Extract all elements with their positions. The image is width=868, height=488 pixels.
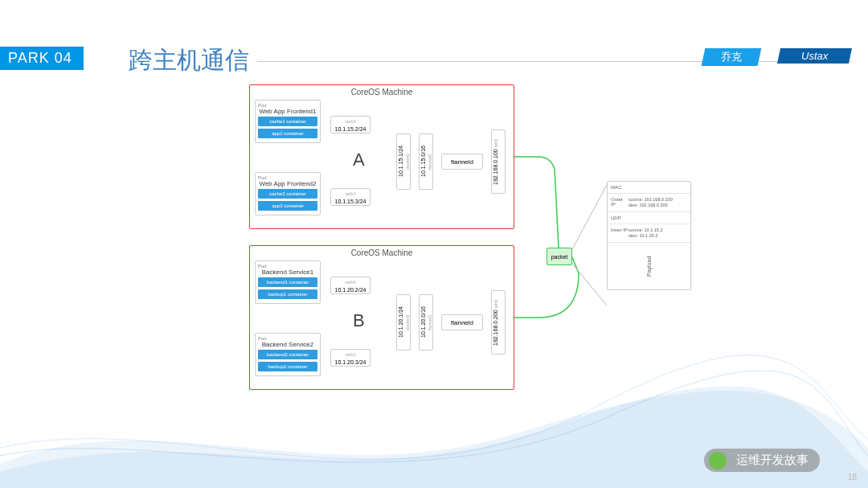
section-tag: PARK 04 — [0, 47, 84, 70]
packet-detail: MAC Outer IPsource: 192.168.0.100 dest: … — [607, 181, 691, 290]
container: app2 container — [258, 201, 317, 211]
machine-b: CoreOS Machine Pod Backend Service1 back… — [249, 245, 514, 390]
pod-b1: Pod Backend Service1 backend1 container … — [255, 260, 321, 304]
container: backup2 container — [258, 362, 317, 371]
veth-b1: veth1 10.1.20.3/24 — [330, 349, 371, 367]
watermark: 运维开发故事 — [704, 449, 820, 472]
machine-a: CoreOS Machine Pod Web App Frontend1 cac… — [249, 84, 514, 229]
container: cache1 container — [258, 117, 317, 126]
docker0-b: 10.1.20.1/24 docker0 — [396, 294, 411, 351]
veth-a0: veth0 10.1.15.2/24 — [330, 116, 371, 133]
docker0-a: 10.1.15.1/24 docker0 — [396, 133, 411, 190]
pod-b2: Pod Backend Service2 backend2 container … — [255, 333, 321, 376]
machine-a-letter: A — [353, 150, 365, 170]
pod-a2-name: Web App Frontend2 — [258, 180, 317, 187]
brand-tag: Ustax — [777, 48, 852, 64]
container: app1 container — [258, 129, 317, 138]
network-diagram: CoreOS Machine Pod Web App Frontend1 cac… — [249, 80, 715, 402]
slide-title: 跨主机通信 — [129, 44, 249, 77]
container: backend1 container — [258, 277, 317, 287]
veth-b0: veth0 10.1.20.2/24 — [330, 277, 371, 294]
eth-a: 192.168.0.100 eth0 — [491, 129, 506, 194]
machine-b-letter: B — [353, 310, 365, 331]
pod-a1-name: Web App Frontend1 — [258, 108, 317, 115]
pod-b1-name: Backend Service1 — [258, 269, 317, 276]
machine-b-label: CoreOS Machine — [250, 248, 514, 257]
flannel0-b: 10.1.20.0/16 flannel0 — [419, 294, 433, 351]
title-underline — [257, 61, 852, 62]
pod-a1: Pod Web App Frontend1 cache1 container a… — [255, 100, 321, 143]
flanneld-b: flanneld — [441, 314, 483, 330]
container: backup1 container — [258, 289, 317, 299]
page-number: 18 — [848, 473, 857, 482]
packet: packet — [547, 248, 572, 265]
eth-b: 192.168.0.200 eth0 — [491, 290, 506, 355]
veth-a1: veth1 10.1.15.3/24 — [330, 188, 371, 206]
container: backend2 container — [258, 350, 317, 359]
pod-b2-name: Backend Service2 — [258, 341, 317, 348]
container: cache2 container — [258, 189, 317, 199]
pod-a2: Pod Web App Frontend2 cache2 container a… — [255, 172, 321, 215]
machine-a-label: CoreOS Machine — [250, 88, 514, 96]
author-tag: 乔克 — [702, 48, 762, 66]
flannel0-a: 10.1.15.0/16 flannel0 — [419, 133, 433, 190]
flanneld-a: flanneld — [441, 154, 483, 170]
